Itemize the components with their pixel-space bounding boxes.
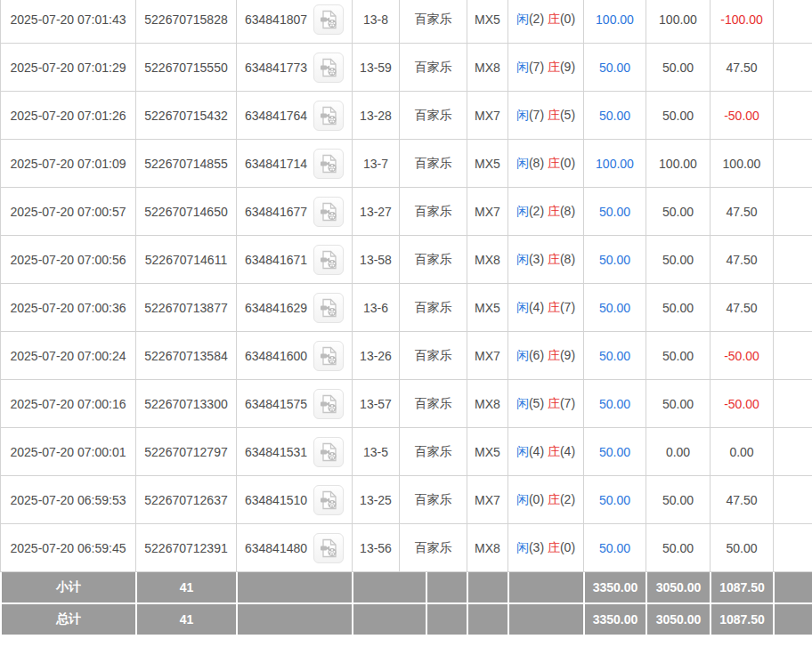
table-row: 2025-07-20 07:01:09 522670714855 6348417… — [1, 140, 812, 188]
video-replay-button[interactable] — [313, 197, 344, 227]
round-cell: 634841677 — [237, 188, 353, 236]
video-file-icon — [318, 105, 339, 126]
video-replay-button[interactable] — [313, 53, 344, 83]
player-label: 闲 — [516, 492, 529, 506]
subtotal-empty-cell — [467, 572, 508, 603]
valid-amount: 50.00 — [646, 236, 710, 284]
bet-amount-link[interactable]: 50.00 — [599, 61, 630, 75]
game-name: 百家乐 — [400, 380, 467, 428]
empty-cell — [774, 380, 812, 428]
platform-code: MX7 — [467, 332, 508, 380]
player-label: 闲 — [516, 348, 529, 362]
player-count: (6) — [529, 348, 548, 362]
video-replay-button[interactable] — [313, 149, 344, 179]
bet-amount-cell: 50.00 — [584, 476, 646, 524]
subtotal-valid-total: 3050.00 — [646, 572, 710, 603]
bet-amount-cell: 50.00 — [584, 92, 646, 140]
empty-cell — [774, 44, 812, 92]
banker-count: (9) — [560, 60, 575, 74]
total-bet-total: 3350.00 — [584, 603, 646, 635]
player-count: (0) — [529, 492, 548, 506]
video-file-icon — [318, 57, 339, 78]
bet-amount-link[interactable]: 50.00 — [599, 253, 630, 267]
video-replay-button[interactable] — [313, 245, 344, 275]
bet-time: 2025-07-20 07:01:26 — [1, 92, 136, 140]
player-label: 闲 — [516, 12, 529, 26]
round-id: 634841510 — [245, 493, 307, 507]
bet-amount-link[interactable]: 50.00 — [599, 109, 630, 123]
empty-cell — [774, 140, 812, 188]
game-name: 百家乐 — [400, 92, 467, 140]
player-label: 闲 — [516, 300, 529, 314]
result-cell: 闲(8) 庄(0) — [508, 140, 584, 188]
bet-amount-link[interactable]: 100.00 — [596, 12, 634, 27]
bet-records-table: 2025-07-20 07:01:43 522670715828 6348418… — [0, 0, 812, 572]
bet-id: 522670714855 — [136, 140, 237, 188]
bet-time: 2025-07-20 07:00:56 — [1, 236, 136, 284]
video-replay-button[interactable] — [313, 341, 344, 371]
banker-label: 庄 — [548, 492, 560, 506]
result-cell: 闲(3) 庄(0) — [508, 524, 584, 572]
video-replay-button[interactable] — [313, 4, 344, 35]
video-replay-button[interactable] — [313, 389, 344, 419]
valid-amount: 50.00 — [646, 524, 710, 572]
bet-amount-cell: 50.00 — [584, 428, 646, 476]
player-label: 闲 — [516, 444, 529, 458]
video-replay-button[interactable] — [313, 485, 344, 515]
round-id: 634841714 — [245, 157, 307, 171]
video-file-icon — [318, 201, 339, 222]
bet-amount-link[interactable]: 100.00 — [596, 157, 634, 171]
valid-amount: 50.00 — [646, 92, 710, 140]
win-loss: -50.00 — [710, 332, 774, 380]
total-row: 总计 41 3350.00 3050.00 1087.50 — [1, 603, 812, 635]
result-cell: 闲(2) 庄(0) — [508, 0, 584, 44]
empty-cell — [774, 284, 812, 332]
bet-records-viewport: 2025-07-20 07:01:43 522670715828 6348418… — [0, 0, 812, 647]
bet-time: 2025-07-20 07:01:43 — [1, 0, 136, 44]
bet-amount-link[interactable]: 50.00 — [599, 397, 630, 411]
empty-cell — [774, 476, 812, 524]
banker-label: 庄 — [548, 396, 560, 410]
bet-amount-link[interactable]: 50.00 — [599, 541, 630, 555]
round-cell: 634841480 — [237, 524, 353, 572]
bet-time: 2025-07-20 07:00:01 — [1, 428, 136, 476]
win-loss: 47.50 — [710, 476, 774, 524]
game-name: 百家乐 — [400, 188, 467, 236]
bet-amount-link[interactable]: 50.00 — [599, 445, 630, 459]
video-replay-button[interactable] — [313, 533, 344, 563]
game-name: 百家乐 — [400, 236, 467, 284]
bet-amount-link[interactable]: 50.00 — [599, 205, 630, 219]
bet-time: 2025-07-20 07:01:09 — [1, 140, 136, 188]
table-number: 13-5 — [353, 428, 400, 476]
bet-amount-link[interactable]: 50.00 — [599, 301, 630, 315]
table-number: 13-8 — [353, 0, 400, 44]
banker-label: 庄 — [548, 12, 560, 26]
subtotal-empty-cell — [774, 572, 812, 603]
table-row: 2025-07-20 07:00:16 522670713300 6348415… — [1, 380, 812, 428]
video-file-icon — [318, 9, 339, 30]
banker-label: 庄 — [548, 252, 560, 266]
subtotal-bet-total: 3350.00 — [584, 572, 646, 603]
round-cell: 634841531 — [237, 428, 353, 476]
table-number: 13-27 — [353, 188, 400, 236]
player-count: (4) — [529, 300, 548, 314]
round-cell: 634841764 — [237, 92, 353, 140]
bet-amount-cell: 100.00 — [584, 140, 646, 188]
valid-amount: 50.00 — [646, 476, 710, 524]
platform-code: MX8 — [467, 44, 508, 92]
round-id: 634841629 — [245, 301, 307, 315]
video-replay-button[interactable] — [313, 101, 344, 131]
video-file-icon — [318, 153, 339, 174]
bet-id: 522670713300 — [136, 380, 237, 428]
round-cell: 634841510 — [237, 476, 353, 524]
game-name: 百家乐 — [400, 524, 467, 572]
table-row: 2025-07-20 06:59:45 522670712391 6348414… — [1, 524, 812, 572]
total-empty-cell — [467, 603, 508, 635]
bet-amount-link[interactable]: 50.00 — [599, 349, 630, 363]
player-label: 闲 — [516, 204, 529, 218]
video-replay-button[interactable] — [313, 437, 344, 467]
bet-amount-link[interactable]: 50.00 — [599, 493, 630, 507]
video-replay-button[interactable] — [313, 293, 344, 323]
round-cell: 634841773 — [237, 44, 353, 92]
round-id: 634841600 — [245, 349, 307, 363]
